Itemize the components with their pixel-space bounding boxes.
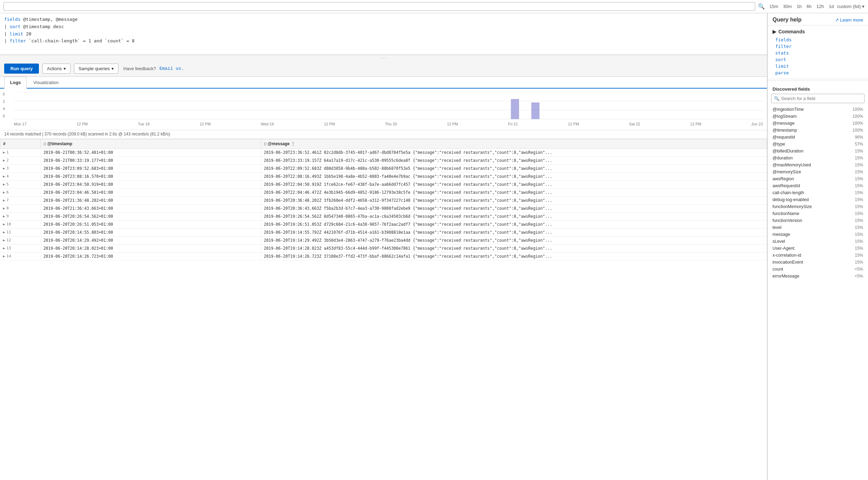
field-row-item[interactable]: invocationEvent 15% <box>768 259 868 266</box>
actions-button[interactable]: Actions ▾ <box>42 64 70 74</box>
table-row[interactable]: ▶8 2019-06-20T21:36:43.663+01:00 2019-06… <box>0 205 767 213</box>
field-row-item[interactable]: @requestId 96% <box>768 134 868 141</box>
path-input[interactable]: /aws/lambda/production-ready-serverless-… <box>3 2 755 11</box>
learn-more-link[interactable]: ↗ Learn more <box>835 17 863 23</box>
row-num: ▶5 <box>0 181 41 189</box>
svg-rect-4 <box>511 99 519 119</box>
expand-arrow[interactable]: ▶ <box>3 230 5 234</box>
table-row[interactable]: ▶11 2019-06-20T20:14:55.803+01:00 2019-0… <box>0 229 767 237</box>
command-item[interactable]: sort <box>773 56 863 63</box>
table-row[interactable]: ▶2 2019-06-21T00:33:19.177+01:00 2019-06… <box>0 157 767 165</box>
table-row[interactable]: ▶14 2019-06-20T20:14:26.723+01:00 2019-0… <box>0 253 767 260</box>
time-1d[interactable]: 1d <box>827 3 835 10</box>
field-percentage: 15% <box>855 149 863 154</box>
tab-visualization[interactable]: Visualization <box>27 77 65 88</box>
field-row-item[interactable]: errorMessage <5% <box>768 273 868 280</box>
field-percentage: 15% <box>855 218 863 223</box>
svg-rect-5 <box>531 102 540 119</box>
table-row[interactable]: ▶1 2019-06-21T00:36:52.481+01:00 2019-06… <box>0 149 767 157</box>
table-row[interactable]: ▶12 2019-06-20T20:14:29.492+01:00 2019-0… <box>0 237 767 245</box>
expand-arrow[interactable]: ▶ <box>3 198 5 202</box>
field-row-item[interactable]: @timestamp 100% <box>768 127 868 134</box>
expand-arrow[interactable]: ▶ <box>3 238 5 242</box>
search-button[interactable]: 🔍 <box>758 3 765 10</box>
field-row-item[interactable]: awsRequestId 15% <box>768 182 868 189</box>
command-item[interactable]: limit <box>773 63 863 69</box>
tab-logs[interactable]: Logs <box>4 77 27 89</box>
row-num: ▶13 <box>0 245 41 253</box>
time-12h[interactable]: 12h <box>815 3 826 10</box>
command-item[interactable]: stats <box>773 50 863 56</box>
resize-handle[interactable]: ··· <box>0 55 767 61</box>
table-row[interactable]: ▶7 2019-06-20T21:36:48.202+01:00 2019-06… <box>0 197 767 205</box>
table-row[interactable]: ▶10 2019-06-20T20:26:51.053+01:00 2019-0… <box>0 221 767 229</box>
row-num: ▶11 <box>0 229 41 237</box>
time-30m[interactable]: 30m <box>781 3 793 10</box>
results-table: # :: @timestamp :: @message ⋮ ▶1 2019-06… <box>0 139 767 260</box>
table-row[interactable]: ▶3 2019-06-20T23:09:52.683+01:00 2019-06… <box>0 165 767 173</box>
field-row-item[interactable]: @duration 15% <box>768 155 868 162</box>
run-query-button[interactable]: Run query <box>4 64 39 74</box>
table-row[interactable]: ▶9 2019-06-20T20:26:54.562+01:00 2019-06… <box>0 213 767 221</box>
field-row-item[interactable]: @ingestionTime 100% <box>768 106 868 113</box>
expand-arrow[interactable]: ▶ <box>3 214 5 218</box>
expand-arrow[interactable]: ▶ <box>3 158 5 162</box>
field-row-item[interactable]: awsRegion 15% <box>768 175 868 182</box>
field-name: awsRegion <box>773 176 794 181</box>
expand-arrow[interactable]: ▶ <box>3 222 5 226</box>
command-item[interactable]: fields <box>773 36 863 43</box>
field-percentage: 15% <box>855 260 863 265</box>
field-row-item[interactable]: x-correlation-id 15% <box>768 252 868 259</box>
field-row-item[interactable]: @type 57% <box>768 141 868 148</box>
field-row-item[interactable]: @logStream 100% <box>768 113 868 120</box>
query-editor[interactable]: fields @timestamp, @message | sort @time… <box>0 13 767 55</box>
table-row[interactable]: ▶13 2019-06-20T20:14:28.023+01:00 2019-0… <box>0 245 767 253</box>
time-custom[interactable]: custom (6d) ▾ <box>837 4 865 9</box>
table-row[interactable]: ▶6 2019-06-20T23:04:46.581+01:00 2019-06… <box>0 189 767 197</box>
results-table-container[interactable]: # :: @timestamp :: @message ⋮ ▶1 2019-06… <box>0 139 767 480</box>
cell-timestamp: 2019-06-21T00:36:52.481+01:00 <box>40 149 261 157</box>
field-row-item[interactable]: @maxMemoryUsed 15% <box>768 162 868 168</box>
expand-arrow[interactable]: ▶ <box>3 206 5 210</box>
field-row-item[interactable]: @memorySize 15% <box>768 168 868 175</box>
table-row[interactable]: ▶4 2019-06-20T23:08:16.570+01:00 2019-06… <box>0 173 767 181</box>
field-row-item[interactable]: @message 100% <box>768 120 868 127</box>
time-6h[interactable]: 6h <box>805 3 813 10</box>
col-header-timestamp[interactable]: :: @timestamp <box>40 139 261 149</box>
field-row-item[interactable]: count <5% <box>768 266 868 273</box>
fields-list: @ingestionTime 100% @logStream 100% @mes… <box>768 106 868 480</box>
table-row[interactable]: ▶5 2019-06-20T23:04:50.919+01:00 2019-06… <box>0 181 767 189</box>
expand-arrow[interactable]: ▶ <box>3 150 5 154</box>
expand-arrow[interactable]: ▶ <box>3 254 5 258</box>
chart-x-labels: Mon 17 12 PM Tue 18 12 PM Wed 19 12 PM T… <box>14 121 763 127</box>
chart-svg <box>14 92 763 120</box>
expand-arrow[interactable]: ▶ <box>3 174 5 178</box>
field-row-item[interactable]: @billedDuration 15% <box>768 148 868 155</box>
command-item[interactable]: parse <box>773 69 863 76</box>
field-row-item[interactable]: message 15% <box>768 231 868 238</box>
field-percentage: 100% <box>852 114 863 119</box>
command-item[interactable]: filter <box>773 43 863 50</box>
field-row-item[interactable]: functionName 15% <box>768 210 868 217</box>
col-header-message[interactable]: :: @message ⋮ <box>261 139 767 149</box>
cell-timestamp: 2019-06-20T23:09:52.683+01:00 <box>40 165 261 173</box>
field-row-item[interactable]: User-Agent 15% <box>768 245 868 252</box>
time-15m[interactable]: 15m <box>768 3 780 10</box>
email-link[interactable]: Email us. <box>159 66 184 71</box>
field-row-item[interactable]: functionMemorySize 15% <box>768 203 868 210</box>
expand-arrow[interactable]: ▶ <box>3 182 5 186</box>
expand-arrow[interactable]: ▶ <box>3 190 5 194</box>
cell-message: 2019-06-20T20:36:48.202Z 3fb260e4-ddf2-4… <box>261 197 767 205</box>
time-buttons: 15m 30m 1h 6h 12h 1d custom (6d) ▾ <box>768 3 865 10</box>
time-1h[interactable]: 1h <box>795 3 803 10</box>
field-row-item[interactable]: sLevel 15% <box>768 238 868 245</box>
field-row-item[interactable]: level 15% <box>768 224 868 231</box>
expand-arrow[interactable]: ▶ <box>3 166 5 170</box>
field-row-item[interactable]: functionVersion 15% <box>768 217 868 224</box>
fields-search-input[interactable] <box>771 94 865 103</box>
field-row-item[interactable]: debug-log-enabled 15% <box>768 196 868 203</box>
sample-queries-button[interactable]: Sample queries ▾ <box>74 64 118 74</box>
expand-arrow[interactable]: ▶ <box>3 246 5 250</box>
commands-header[interactable]: ▶ Commands <box>773 27 863 36</box>
field-row-item[interactable]: call-chain-length 15% <box>768 189 868 196</box>
